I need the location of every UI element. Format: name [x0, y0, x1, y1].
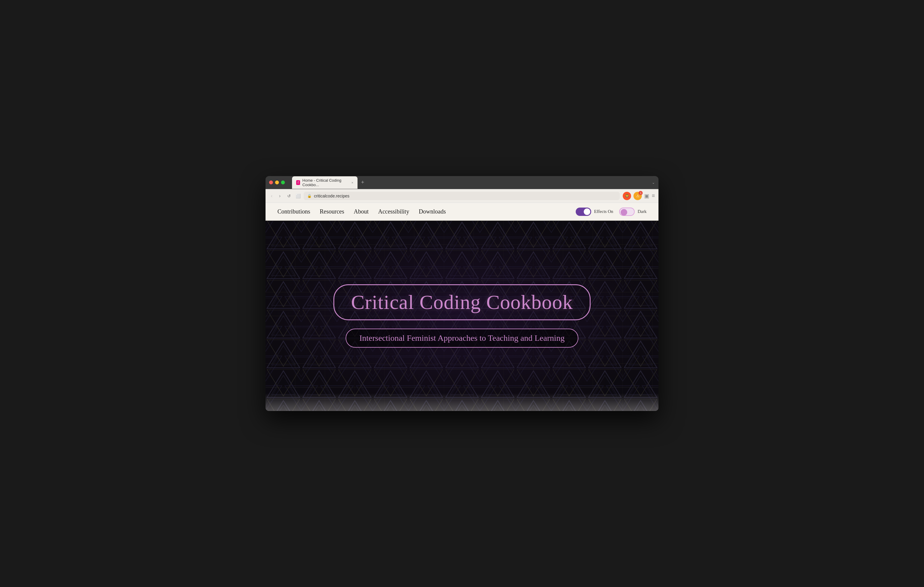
- tab-bar: 🍴 Home - Critical Coding Cookbo... × +: [292, 176, 650, 189]
- effects-toggle-container: Effects On: [576, 207, 613, 216]
- menu-icon[interactable]: ≡: [652, 193, 655, 199]
- active-tab[interactable]: 🍴 Home - Critical Coding Cookbo... ×: [292, 176, 358, 189]
- bookmark-button[interactable]: ⬜: [295, 194, 301, 198]
- website: Contributions Resources About Accessibil…: [266, 203, 658, 411]
- browser-actions: 🦁 ⚠ 1 ▣ ≡: [623, 192, 655, 200]
- hero-subtitle-box: Intersectional Feminist Approaches to Te…: [346, 329, 578, 348]
- hero-section: Critical Coding Cookbook Intersectional …: [266, 220, 658, 411]
- back-button[interactable]: ‹: [269, 192, 274, 200]
- maximize-button[interactable]: [281, 181, 285, 184]
- minimize-button[interactable]: [275, 181, 279, 184]
- dark-label: Dark: [638, 209, 647, 214]
- tab-close-button[interactable]: ×: [351, 181, 353, 184]
- nav-resources[interactable]: Resources: [320, 208, 344, 215]
- nav-downloads[interactable]: Downloads: [419, 208, 446, 215]
- new-tab-button[interactable]: +: [359, 178, 367, 187]
- effects-label: Effects On: [594, 209, 613, 214]
- brave-shield-icon[interactable]: 🦁: [623, 192, 631, 200]
- nav-controls: Effects On Dark: [576, 207, 647, 216]
- browser-window: 🍴 Home - Critical Coding Cookbo... × + ⌄…: [266, 176, 658, 411]
- wallet-icon[interactable]: ▣: [644, 193, 649, 199]
- notification-icon[interactable]: ⚠ 1: [634, 192, 642, 200]
- hero-subtitle: Intersectional Feminist Approaches to Te…: [359, 333, 565, 343]
- tab-favicon: 🍴: [296, 180, 300, 185]
- url-bar[interactable]: 🔒 criticalcode.recipes: [304, 192, 620, 200]
- address-bar: ‹ › ↺ ⬜ 🔒 criticalcode.recipes 🦁 ⚠ 1 ▣ ≡: [266, 189, 658, 203]
- notification-badge: 1: [639, 191, 643, 195]
- reload-button[interactable]: ↺: [285, 192, 293, 199]
- nav-about[interactable]: About: [354, 208, 368, 215]
- nav-accessibility[interactable]: Accessibility: [378, 208, 409, 215]
- lock-icon: 🔒: [307, 194, 312, 198]
- expand-button[interactable]: ⌄: [652, 181, 655, 185]
- title-bar: 🍴 Home - Critical Coding Cookbo... × + ⌄: [266, 176, 658, 189]
- traffic-lights: [269, 181, 285, 184]
- url-text: criticalcode.recipes: [314, 194, 350, 198]
- dark-toggle-container: Dark: [619, 207, 647, 216]
- shield-label: 🦁: [625, 194, 629, 198]
- dark-toggle-knob: [620, 209, 627, 215]
- hero-title: Critical Coding Cookbook: [351, 291, 573, 314]
- effects-toggle-knob: [584, 209, 590, 215]
- dark-toggle[interactable]: [619, 207, 635, 216]
- effects-toggle[interactable]: [576, 207, 591, 216]
- close-button[interactable]: [269, 181, 273, 184]
- nav-contributions[interactable]: Contributions: [277, 208, 310, 215]
- hero-bottom-fade: [266, 393, 658, 411]
- forward-button[interactable]: ›: [277, 192, 282, 200]
- hero-title-box: Critical Coding Cookbook: [333, 284, 591, 320]
- nav-links: Contributions Resources About Accessibil…: [277, 208, 446, 215]
- hero-content: Critical Coding Cookbook Intersectional …: [333, 284, 591, 348]
- tab-title: Home - Critical Coding Cookbo...: [302, 178, 348, 187]
- site-nav: Contributions Resources About Accessibil…: [266, 203, 658, 220]
